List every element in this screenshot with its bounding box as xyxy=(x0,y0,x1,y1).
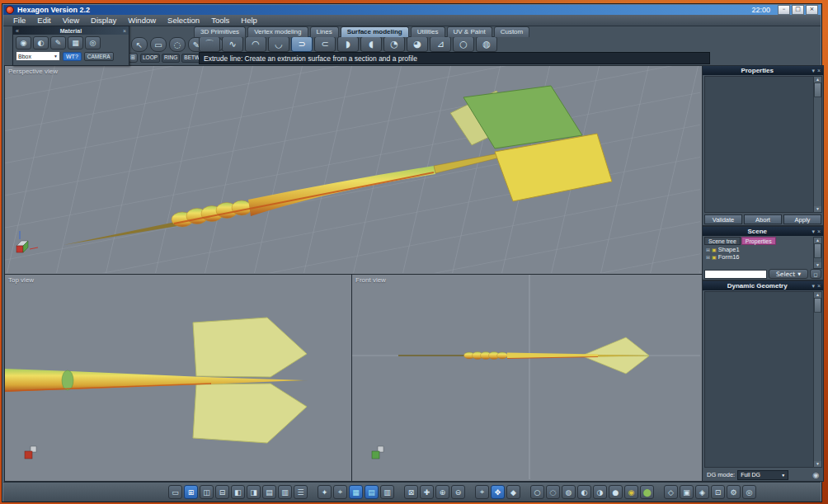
camera-toggle[interactable]: CAMERA xyxy=(84,52,114,61)
camera-view-icon[interactable]: ◎ xyxy=(742,485,756,499)
dg-scrollbar[interactable]: ▲ ▼ xyxy=(813,291,822,468)
hidden-line-icon[interactable]: ◌ xyxy=(546,485,560,499)
top-main-icon[interactable]: ▤ xyxy=(262,485,276,499)
left-main-icon[interactable]: ◧ xyxy=(231,485,245,499)
shading-ball-icon[interactable]: ◐ xyxy=(33,36,49,49)
smooth-surface-icon[interactable]: ○ xyxy=(453,36,474,52)
rendered-shading-icon[interactable]: ⬤ xyxy=(640,485,654,499)
perspective-viewport[interactable]: Perspective view xyxy=(4,65,703,276)
tree-item-shape1[interactable]: ⊞ ▣ Shape1 xyxy=(704,246,814,253)
menu-tools[interactable]: Tools xyxy=(211,16,229,25)
tree-item-label[interactable]: Shape1 xyxy=(718,246,740,253)
material-type-dropdown[interactable]: Bbox ▼ xyxy=(16,51,60,61)
right-main-icon[interactable]: ◨ xyxy=(247,485,261,499)
grid-display-icon[interactable]: ▦ xyxy=(349,485,363,499)
paint-tool-icon[interactable]: ✎ xyxy=(50,36,66,49)
properties-scrollbar[interactable]: ▲ ▼ xyxy=(813,76,822,213)
menu-help[interactable]: Help xyxy=(241,16,257,25)
menu-window[interactable]: Window xyxy=(128,16,156,25)
scene-header[interactable]: Scene ▾ × xyxy=(703,227,823,236)
menu-file[interactable]: File xyxy=(13,16,26,25)
pan-view-icon[interactable]: ✚ xyxy=(420,485,434,499)
close-icon[interactable]: × xyxy=(817,228,821,234)
scroll-thumb[interactable] xyxy=(814,82,821,97)
scene-filter-input[interactable] xyxy=(704,270,767,279)
properties-header[interactable]: Properties ▾ × xyxy=(703,66,823,75)
scene-options-button[interactable]: ◻ xyxy=(810,269,821,279)
quad-view-icon[interactable]: ⊞ xyxy=(184,485,198,499)
select-mode-icon[interactable]: ⌖ xyxy=(475,485,489,499)
scroll-thumb[interactable] xyxy=(814,243,821,258)
scroll-up-icon[interactable]: ▲ xyxy=(816,238,820,243)
symmetry-icon[interactable]: ◈ xyxy=(695,485,709,499)
magic-tool-icon[interactable]: ✦ xyxy=(318,485,332,499)
tab-scene-properties[interactable]: Properties xyxy=(741,237,776,245)
material-panel-header[interactable]: « Material × xyxy=(13,26,129,35)
stacked-view-icon[interactable]: ☰ xyxy=(294,485,308,499)
scene-scrollbar[interactable]: ▲ ▼ xyxy=(813,237,822,269)
lasso-select-icon[interactable]: ◌ xyxy=(169,37,186,52)
single-view-icon[interactable]: ▭ xyxy=(168,485,182,499)
sweep-line-icon[interactable]: ⊂ xyxy=(314,36,336,52)
pivot-icon[interactable]: ⌖ xyxy=(333,485,347,499)
panel-menu-icon[interactable]: ▾ xyxy=(812,283,815,290)
tab-uv-paint[interactable]: UV & Paint xyxy=(447,26,492,37)
gordon-surface-icon[interactable]: ◠ xyxy=(245,36,266,52)
picker-icon[interactable]: ◎ xyxy=(85,36,101,49)
scroll-up-icon[interactable]: ▲ xyxy=(816,292,820,298)
tab-lines[interactable]: Lines xyxy=(310,26,339,37)
tab-utilities[interactable]: Utilities xyxy=(411,26,445,37)
tree-item-form16[interactable]: ⊞ ▣ Form16 xyxy=(704,253,814,261)
scroll-up-icon[interactable]: ▲ xyxy=(816,77,820,82)
zoom-region-icon[interactable]: ⊠ xyxy=(404,485,418,499)
bbox-display-icon[interactable]: ⊡ xyxy=(711,485,725,499)
smooth-shading-icon[interactable]: ◐ xyxy=(577,485,591,499)
transparency-icon[interactable]: ◇ xyxy=(664,485,678,499)
select-arrow-icon[interactable]: ↖ xyxy=(131,37,148,52)
select-button[interactable]: Select ▼ xyxy=(769,269,808,279)
zoom-out-icon[interactable]: ⊖ xyxy=(451,485,465,499)
thickness-icon[interactable]: ◕ xyxy=(407,36,428,52)
menu-display[interactable]: Display xyxy=(91,16,116,25)
panel-menu-icon[interactable]: ▾ xyxy=(812,68,815,74)
tree-expander-icon[interactable]: ⊞ xyxy=(706,247,710,252)
maximize-button[interactable]: □ xyxy=(792,5,804,15)
material-shading-icon[interactable]: ◉ xyxy=(624,485,638,499)
close-icon[interactable]: × xyxy=(817,283,821,289)
tab-custom[interactable]: Custom xyxy=(494,26,530,37)
solid-shading-icon[interactable]: ● xyxy=(609,485,623,499)
ruled-surface-icon[interactable]: ⌒ xyxy=(199,36,220,52)
dart-model[interactable] xyxy=(5,318,308,443)
top-viewport[interactable]: Top view xyxy=(4,274,353,482)
close-icon[interactable]: × xyxy=(817,68,821,73)
tab-vertex-modeling[interactable]: Vertex modeling xyxy=(247,26,308,37)
abort-button[interactable]: Abort xyxy=(744,214,782,224)
menu-selection[interactable]: Selection xyxy=(167,16,200,25)
rotate-mode-icon[interactable]: ◆ xyxy=(506,485,520,499)
dg-sphere-icon[interactable]: ◉ xyxy=(812,471,819,479)
panel-menu-icon[interactable]: ▾ xyxy=(812,228,815,235)
material-ball-icon[interactable]: ◉ xyxy=(16,36,31,49)
ring-button[interactable]: RING xyxy=(162,54,180,63)
coons-surface-icon[interactable]: ◡ xyxy=(268,36,289,52)
dg-header[interactable]: Dynamic Geometry ▾ × xyxy=(703,281,823,290)
circular-sweep-icon[interactable]: ◖ xyxy=(360,36,382,52)
menu-view[interactable]: View xyxy=(63,16,79,25)
plane-y-icon[interactable]: ▥ xyxy=(380,485,394,499)
scroll-down-icon[interactable]: ▼ xyxy=(816,461,820,467)
double-sweep-icon[interactable]: ∿ xyxy=(222,36,243,52)
wt-toggle[interactable]: WT? xyxy=(63,52,82,61)
plane-x-icon[interactable]: ▤ xyxy=(365,485,379,499)
front-viewport[interactable]: Front view xyxy=(351,274,703,482)
tab-surface-modeling[interactable]: Surface modeling xyxy=(341,26,409,37)
loop-button[interactable]: LOOP xyxy=(140,54,160,63)
close-button[interactable]: × xyxy=(806,5,818,15)
cap-surface-icon[interactable]: ◔ xyxy=(383,36,405,52)
validate-button[interactable]: Validate xyxy=(704,214,742,224)
apply-button[interactable]: Apply xyxy=(783,214,821,224)
tree-item-label[interactable]: Form16 xyxy=(718,253,740,261)
two-vertical-icon[interactable]: ◫ xyxy=(200,485,214,499)
minimize-button[interactable]: – xyxy=(778,5,790,15)
panel-nav-icon[interactable]: « xyxy=(16,28,19,34)
settings-icon[interactable]: ⚙ xyxy=(727,485,741,499)
